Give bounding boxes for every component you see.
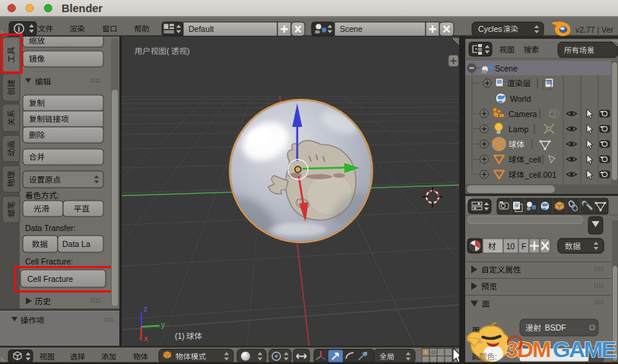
svg-text:Data La: Data La	[62, 239, 90, 248]
svg-text:_cell.001: _cell.001	[524, 170, 556, 179]
svg-text:Data Transfer:: Data Transfer:	[25, 223, 76, 233]
svg-text:i: i	[17, 25, 20, 33]
svg-text:GAME: GAME	[553, 337, 616, 362]
svg-text:Lamp: Lamp	[509, 125, 528, 134]
svg-text:_cell: _cell	[524, 155, 541, 164]
svg-text:Scene: Scene	[340, 24, 363, 33]
svg-text:z: z	[144, 305, 147, 313]
svg-text:): )	[187, 46, 190, 55]
svg-text::: :	[495, 352, 497, 361]
svg-text:(1): (1)	[175, 331, 185, 340]
svg-text:y: y	[161, 321, 165, 329]
svg-text:v2.77 | Ver: v2.77 | Ver	[575, 25, 614, 34]
svg-text:World: World	[510, 94, 531, 103]
svg-text:Cycles: Cycles	[478, 24, 502, 33]
svg-text:BSDF: BSDF	[545, 323, 566, 332]
svg-text:10: 10	[506, 242, 515, 251]
svg-text:Blender: Blender	[62, 2, 103, 14]
svg-text:3DM: 3DM	[505, 337, 550, 362]
svg-text:Camera: Camera	[509, 109, 537, 119]
svg-text:Cell Fracture: Cell Fracture	[27, 274, 73, 283]
svg-text::: :	[57, 191, 59, 200]
svg-text:Scene: Scene	[495, 64, 518, 73]
svg-text:F: F	[521, 242, 526, 251]
svg-text:Cell Fracture:: Cell Fracture:	[25, 257, 73, 266]
svg-text:x: x	[144, 334, 148, 343]
svg-text:(: (	[166, 46, 170, 55]
svg-text:Default: Default	[189, 24, 214, 33]
